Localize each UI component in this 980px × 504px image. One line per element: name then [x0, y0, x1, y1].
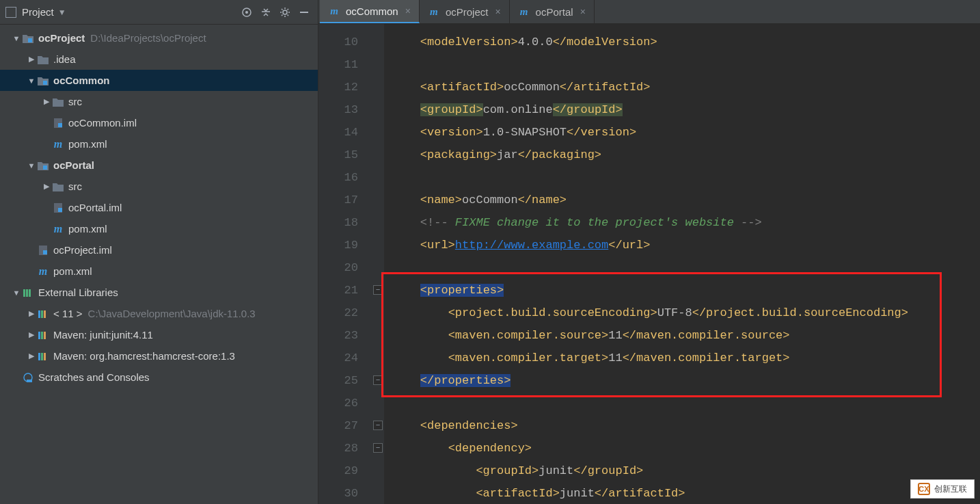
- svg-point-1: [245, 11, 248, 14]
- tree-row[interactable]: ▶src: [0, 91, 318, 112]
- editor-tab[interactable]: mocProject×: [420, 0, 510, 23]
- code-line[interactable]: <properties>: [392, 279, 980, 302]
- fold-toggle-icon[interactable]: −: [373, 285, 383, 295]
- svg-point-2: [283, 10, 287, 14]
- line-number[interactable]: 15: [318, 144, 373, 166]
- line-number[interactable]: 29: [318, 460, 373, 482]
- line-number[interactable]: 25: [318, 369, 373, 392]
- line-number[interactable]: 17: [318, 189, 373, 211]
- tree-row[interactable]: ▼ocProjectD:\IdeaProjects\ocProject: [0, 27, 318, 49]
- code-line[interactable]: <dependencies>: [392, 414, 980, 437]
- line-number[interactable]: 16: [318, 166, 373, 189]
- tree-row[interactable]: ocCommon.iml: [0, 112, 318, 133]
- fold-toggle-icon[interactable]: −: [373, 375, 383, 385]
- code-line[interactable]: <dependency>: [392, 437, 980, 460]
- code-line[interactable]: [392, 392, 980, 414]
- tree-row[interactable]: Scratches and Consoles: [0, 367, 318, 388]
- expand-arrow-icon[interactable]: ▶: [26, 309, 37, 318]
- tree-row[interactable]: ▼ocCommon: [0, 70, 318, 91]
- tree-item-label: src: [68, 96, 82, 107]
- line-number[interactable]: 28: [318, 437, 373, 460]
- tree-row[interactable]: mpom.xml: [0, 133, 318, 155]
- line-number[interactable]: 18: [318, 211, 373, 234]
- fold-toggle-icon[interactable]: −: [373, 421, 383, 430]
- line-number[interactable]: 10: [318, 31, 373, 53]
- line-gutter[interactable]: 1011121314151617181920212223242526272829…: [318, 24, 373, 504]
- project-view-icon: [5, 7, 16, 18]
- tree-row[interactable]: ▶Maven: org.hamcrest:hamcrest-core:1.3: [0, 345, 318, 367]
- expand-arrow-icon[interactable]: ▼: [26, 161, 37, 170]
- line-number[interactable]: 22: [318, 302, 373, 324]
- line-number[interactable]: 14: [318, 121, 373, 144]
- code-line[interactable]: <groupId>com.online</groupId>: [392, 98, 980, 121]
- expand-arrow-icon[interactable]: ▶: [26, 352, 37, 360]
- tree-row[interactable]: ocProject.iml: [0, 239, 318, 261]
- code-line[interactable]: <url>http://www.example.com</url>: [392, 234, 980, 256]
- maven-file-icon: m: [52, 223, 64, 235]
- expand-arrow-icon[interactable]: ▶: [26, 330, 37, 339]
- expand-arrow-icon[interactable]: ▶: [41, 182, 52, 191]
- lib-icon: [37, 308, 49, 319]
- code-content[interactable]: <modelVersion>4.0.0</modelVersion> <arti…: [384, 24, 980, 504]
- code-line[interactable]: [392, 166, 980, 189]
- code-line[interactable]: [392, 53, 980, 76]
- line-number[interactable]: 24: [318, 347, 373, 369]
- code-line[interactable]: <packaging>jar</packaging>: [392, 144, 980, 166]
- tree-row[interactable]: ▶.idea: [0, 49, 318, 70]
- tree-row[interactable]: mpom.xml: [0, 218, 318, 239]
- hide-panel-icon[interactable]: [296, 4, 312, 21]
- code-line[interactable]: </properties>: [392, 369, 980, 392]
- expand-arrow-icon[interactable]: ▶: [26, 55, 37, 64]
- code-line[interactable]: <artifactId>ocCommon</artifactId>: [392, 76, 980, 98]
- sidebar-title[interactable]: Project: [22, 6, 54, 18]
- expand-arrow-icon[interactable]: ▼: [26, 77, 37, 85]
- code-line[interactable]: <modelVersion>4.0.0</modelVersion>: [392, 31, 980, 53]
- chevron-down-icon[interactable]: ▼: [58, 8, 66, 17]
- line-number[interactable]: 19: [318, 234, 373, 256]
- line-number[interactable]: 21: [318, 279, 373, 302]
- project-tree[interactable]: ▼ocProjectD:\IdeaProjects\ocProject▶.ide…: [0, 25, 318, 504]
- fold-column[interactable]: −−−−: [373, 24, 384, 504]
- tree-row[interactable]: mpom.xml: [0, 261, 318, 282]
- folder-icon: [52, 96, 64, 107]
- fold-toggle-icon[interactable]: −: [373, 443, 383, 453]
- expand-arrow-icon[interactable]: ▼: [11, 34, 22, 42]
- expand-arrow-icon[interactable]: ▶: [41, 97, 52, 106]
- code-line[interactable]: <groupId>junit</groupId>: [392, 460, 980, 482]
- tree-row[interactable]: ▼External Libraries: [0, 282, 318, 303]
- line-number[interactable]: 13: [318, 98, 373, 121]
- tree-item-label: < 11 >: [53, 308, 83, 319]
- tree-row[interactable]: ocPortal.iml: [0, 197, 318, 218]
- close-tab-icon[interactable]: ×: [495, 6, 500, 17]
- line-number[interactable]: 23: [318, 324, 373, 347]
- line-number[interactable]: 11: [318, 53, 373, 76]
- editor-tab[interactable]: mocCommon×: [320, 0, 420, 23]
- tree-row[interactable]: ▶< 11 >C:\JavaDevelopment\Java\jdk-11.0.…: [0, 303, 318, 324]
- gear-icon[interactable]: [277, 4, 293, 21]
- code-line[interactable]: <name>ocCommon</name>: [392, 189, 980, 211]
- tree-row[interactable]: ▶Maven: junit:junit:4.11: [0, 324, 318, 345]
- code-line[interactable]: <!-- FIXME change it to the project's we…: [392, 211, 980, 234]
- expand-arrow-icon[interactable]: ▼: [11, 289, 22, 297]
- code-line[interactable]: <project.build.sourceEncoding>UTF-8</pro…: [392, 302, 980, 324]
- close-tab-icon[interactable]: ×: [580, 6, 586, 17]
- libroot-icon: [22, 287, 34, 298]
- line-number[interactable]: 27: [318, 414, 373, 437]
- code-line[interactable]: <maven.compiler.source>11</maven.compile…: [392, 324, 980, 347]
- editor-tab[interactable]: mocPortal×: [510, 0, 595, 23]
- code-line[interactable]: [392, 256, 980, 279]
- line-number[interactable]: 26: [318, 392, 373, 414]
- line-number[interactable]: 20: [318, 256, 373, 279]
- close-tab-icon[interactable]: ×: [405, 5, 411, 16]
- module-icon: [22, 33, 34, 44]
- code-line[interactable]: <version>1.0-SNAPSHOT</version>: [392, 121, 980, 144]
- code-line[interactable]: <artifactId>junit</artifactId>: [392, 482, 980, 504]
- line-number[interactable]: 30: [318, 482, 373, 504]
- tree-item-label: ocPortal.iml: [68, 202, 122, 213]
- collapse-all-icon[interactable]: [258, 4, 274, 21]
- line-number[interactable]: 12: [318, 76, 373, 98]
- code-line[interactable]: <maven.compiler.target>11</maven.compile…: [392, 347, 980, 369]
- locate-target-icon[interactable]: [239, 4, 255, 21]
- tree-row[interactable]: ▼ocPortal: [0, 155, 318, 176]
- tree-row[interactable]: ▶src: [0, 176, 318, 197]
